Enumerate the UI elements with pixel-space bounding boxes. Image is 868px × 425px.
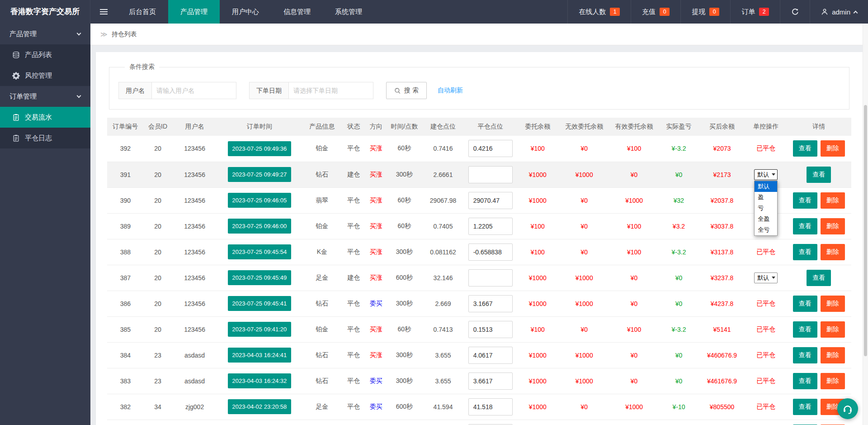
sidebar-item[interactable]: 产品列表 <box>0 44 90 65</box>
profit-amount: ¥3.2 <box>673 223 685 230</box>
cell-actions: 查看删除 <box>787 291 851 316</box>
entrust-amount: ¥1000 <box>529 171 547 178</box>
delete-button[interactable]: 删除 <box>821 373 845 389</box>
control-select[interactable]: 默认默认盈亏全盈全亏 <box>754 169 778 180</box>
control-select-box[interactable]: 默认 <box>754 272 778 283</box>
cell-member-id: 20 <box>144 291 172 316</box>
user-menu[interactable]: admin <box>810 0 868 24</box>
sidebar-item[interactable]: 平仓日志 <box>0 128 90 148</box>
delete-button[interactable]: 删除 <box>821 192 845 209</box>
select-option[interactable]: 全盈 <box>755 214 777 224</box>
column-header: 委托余额 <box>516 118 559 136</box>
view-button[interactable]: 查看 <box>793 296 817 312</box>
view-button[interactable]: 查看 <box>807 270 831 286</box>
order-time-button[interactable]: 2023-07-25 09:46:00 <box>228 219 292 234</box>
order-time-button[interactable]: 2023-07-25 09:45:54 <box>228 244 292 259</box>
close-point-input[interactable] <box>468 166 513 183</box>
select-option[interactable]: 全亏 <box>755 224 777 235</box>
close-point-input[interactable] <box>468 372 513 390</box>
table-row: 389201234562023-07-25 09:46:00铂金平仓买涨60秒0… <box>107 213 851 239</box>
sidebar-section-header[interactable]: 产品管理 <box>0 24 90 44</box>
close-point-input[interactable] <box>468 347 513 364</box>
cell-actions: 查看删除 <box>787 136 851 162</box>
cell-close-point <box>465 342 516 368</box>
order-time-button[interactable]: 2023-04-03 16:24:32 <box>228 373 292 388</box>
nav-item[interactable]: 信息管理 <box>271 0 323 24</box>
select-option[interactable]: 盈 <box>755 192 777 203</box>
cell-order-time: 2023-07-25 09:45:41 <box>217 291 302 316</box>
control-select-box[interactable]: 默认 <box>754 169 778 180</box>
close-point-input[interactable] <box>468 192 513 209</box>
cell-order-no: 383 <box>107 368 144 394</box>
auto-refresh-link[interactable]: 自动刷新 <box>438 86 463 95</box>
sidebar-section-header[interactable]: 订单管理 <box>0 86 90 107</box>
nav-item[interactable]: 产品管理 <box>168 0 220 24</box>
view-button[interactable]: 查看 <box>793 192 817 209</box>
close-point-input[interactable] <box>468 321 513 338</box>
nav-item[interactable]: 用户中心 <box>220 0 271 24</box>
sidebar-item[interactable]: 交易流水 <box>0 107 90 128</box>
delete-button[interactable]: 删除 <box>821 296 845 312</box>
customer-service-button[interactable] <box>837 398 858 419</box>
cell-entrust: ¥1000 <box>516 368 559 394</box>
search-button[interactable]: 搜 索 <box>386 82 427 99</box>
cell-username: 123456 <box>172 187 217 213</box>
invalid-entrust-amount: ¥1000 <box>576 377 593 385</box>
cell-control: 已平仓 <box>745 394 787 420</box>
nav-stat[interactable]: 充值0 <box>631 0 680 24</box>
view-button[interactable]: 查看 <box>793 140 817 157</box>
nav-item[interactable]: 系统管理 <box>323 0 374 24</box>
cell-order-time: 2023-04-03 16:24:41 <box>217 342 302 368</box>
delete-button[interactable]: 删除 <box>821 218 845 234</box>
page-scrollbar[interactable] <box>863 24 868 425</box>
order-date-input[interactable] <box>288 82 373 99</box>
select-option[interactable]: 默认 <box>755 181 777 192</box>
cell-actions: 查看删除 <box>787 368 851 394</box>
delete-button[interactable]: 删除 <box>821 140 845 157</box>
cell-direction: 委买 <box>365 291 387 316</box>
order-time-button[interactable]: 2023-07-25 09:49:27 <box>228 167 292 182</box>
order-time-button[interactable]: 2023-07-25 09:45:41 <box>228 296 292 311</box>
view-button[interactable]: 查看 <box>793 244 817 260</box>
caret-down-icon <box>772 173 775 176</box>
delete-button[interactable]: 删除 <box>821 321 845 338</box>
select-option[interactable]: 亏 <box>755 203 777 214</box>
cell-profit: ¥0 <box>659 368 698 394</box>
order-time-button[interactable]: 2023-07-25 09:46:05 <box>228 193 292 208</box>
view-button[interactable]: 查看 <box>793 347 817 363</box>
order-time-button[interactable]: 2023-07-25 09:41:20 <box>228 322 292 337</box>
close-point-input[interactable] <box>468 140 513 157</box>
order-time-button[interactable]: 2023-04-02 23:20:58 <box>228 399 292 414</box>
nav-stat[interactable]: 提现0 <box>680 0 730 24</box>
close-point-input[interactable] <box>468 398 513 415</box>
view-button[interactable]: 查看 <box>793 218 817 234</box>
nav-stat[interactable]: 在线人数1 <box>567 0 631 24</box>
scrollbar-thumb[interactable] <box>864 105 867 356</box>
entrust-amount: ¥100 <box>531 326 545 333</box>
delete-button[interactable]: 删除 <box>821 244 845 260</box>
nav-stat-badge: 0 <box>660 8 670 16</box>
cell-entrust: ¥1000 <box>516 420 559 425</box>
order-time-button[interactable]: 2023-07-25 09:45:49 <box>228 270 292 285</box>
order-time-button[interactable]: 2023-07-25 09:49:36 <box>228 141 292 156</box>
control-select[interactable]: 默认 <box>754 272 778 283</box>
hamburger-icon[interactable] <box>90 0 117 24</box>
table-row: 38323asdasd2023-04-03 16:24:32钻石平仓委买300秒… <box>107 368 851 394</box>
close-point-input[interactable] <box>468 218 513 235</box>
nav-item[interactable]: 后台首页 <box>117 0 168 24</box>
close-point-input[interactable] <box>468 295 513 312</box>
delete-button[interactable]: 删除 <box>821 347 845 363</box>
view-button[interactable]: 查看 <box>793 399 817 415</box>
view-button[interactable]: 查看 <box>793 321 817 338</box>
close-point-input[interactable] <box>468 244 513 261</box>
view-button[interactable]: 查看 <box>793 373 817 389</box>
order-time-button[interactable]: 2023-04-03 16:24:41 <box>228 348 292 363</box>
nav-stat[interactable]: 订单2 <box>730 0 780 24</box>
control-select-dropdown: 默认盈亏全盈全亏 <box>754 181 778 236</box>
view-button[interactable]: 查看 <box>807 167 831 183</box>
username-group: 用户名 <box>118 82 236 99</box>
sidebar-item[interactable]: 风控管理 <box>0 65 90 86</box>
username-input[interactable] <box>151 82 236 99</box>
refresh-button[interactable] <box>780 0 810 24</box>
close-point-input[interactable] <box>468 269 513 287</box>
